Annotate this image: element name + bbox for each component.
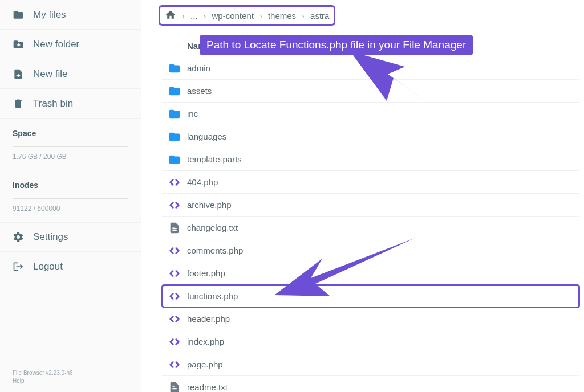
code-icon — [162, 358, 187, 371]
inodes-bar — [13, 198, 128, 199]
file-name: 404.php — [187, 177, 218, 187]
chevron-right-icon: › — [176, 11, 190, 21]
file-name: functions.php — [187, 291, 238, 301]
file-name: inc — [187, 109, 198, 119]
sidebar-item-label: Settings — [33, 231, 68, 243]
code-icon — [162, 199, 187, 211]
trash-icon — [13, 98, 24, 109]
sidebar-item-label: New file — [33, 68, 67, 80]
file-name: page.php — [187, 360, 223, 369]
annotation-banner: Path to Locate Functions.php file in you… — [200, 35, 473, 55]
version-text: File Browser v2.23.0-h6 — [13, 369, 73, 377]
file-name: footer.php — [187, 268, 225, 278]
sidebar-item-new-folder[interactable]: New folder — [0, 30, 141, 59]
gear-icon — [13, 231, 24, 243]
breadcrumb-segment[interactable]: themes — [268, 11, 296, 21]
file-row[interactable]: page.php — [162, 353, 579, 376]
breadcrumb-box: › ... › wp-content › themes › astra — [159, 5, 335, 26]
app-footer: File Browser v2.23.0-h6 Help — [13, 369, 73, 385]
breadcrumb: › ... › wp-content › themes › astra — [159, 0, 584, 24]
sidebar-item-trash[interactable]: Trash bin — [0, 89, 141, 119]
sidebar: My files New folder New file Trash bin S… — [0, 0, 141, 392]
doc-icon — [162, 381, 187, 393]
chevron-right-icon: › — [198, 11, 212, 21]
file-name: index.php — [187, 337, 224, 346]
breadcrumb-segment[interactable]: wp-content — [212, 11, 254, 21]
logout-icon — [13, 261, 24, 272]
code-icon — [162, 313, 187, 325]
inodes-title: Inodes — [13, 181, 128, 190]
code-icon — [162, 336, 187, 348]
breadcrumb-ellipsis[interactable]: ... — [190, 11, 198, 21]
file-row[interactable]: readme.txt — [162, 376, 579, 392]
doc-icon — [162, 222, 187, 234]
new-file-icon — [13, 68, 24, 80]
folder-icon — [162, 85, 187, 97]
folder-icon — [162, 62, 187, 75]
sidebar-item-logout[interactable]: Logout — [0, 252, 141, 281]
space-value: 1.76 GB / 200 GB — [13, 153, 128, 161]
breadcrumb-segment[interactable]: astra — [310, 11, 329, 21]
sidebar-item-new-file[interactable]: New file — [0, 59, 141, 89]
code-icon — [162, 290, 187, 303]
home-icon[interactable] — [165, 9, 176, 22]
code-icon — [162, 176, 187, 189]
annotation-arrow-icon — [271, 234, 419, 302]
file-row[interactable]: header.php — [162, 308, 579, 330]
file-row[interactable]: index.php — [162, 330, 579, 353]
folder-icon — [162, 153, 187, 166]
chevron-right-icon: › — [296, 11, 310, 21]
file-name: comments.php — [187, 246, 243, 255]
folder-icon — [13, 9, 24, 21]
file-name: admin — [187, 63, 210, 73]
inodes-metric: Inodes 91122 / 600000 — [0, 170, 141, 222]
file-name: readme.txt — [187, 382, 228, 392]
file-name: archive.php — [187, 200, 232, 210]
sidebar-item-label: Trash bin — [33, 98, 73, 109]
space-title: Space — [13, 129, 128, 138]
space-bar — [13, 146, 128, 147]
space-metric: Space 1.76 GB / 200 GB — [0, 119, 141, 170]
sidebar-item-label: Logout — [33, 261, 63, 272]
sidebar-item-settings[interactable]: Settings — [0, 222, 141, 252]
file-row[interactable]: archive.php — [162, 194, 579, 217]
file-name: header.php — [187, 314, 230, 324]
code-icon — [162, 244, 187, 257]
file-name: changelog.txt — [187, 223, 238, 232]
file-row[interactable]: 404.php — [162, 171, 579, 194]
sidebar-item-my-files[interactable]: My files — [0, 0, 141, 30]
help-link[interactable]: Help — [13, 377, 73, 385]
annotation-arrow-icon — [342, 47, 490, 149]
new-folder-icon — [13, 39, 24, 50]
folder-icon — [162, 130, 187, 143]
chevron-right-icon: › — [254, 11, 268, 21]
sidebar-item-label: My files — [33, 9, 66, 21]
folder-icon — [162, 108, 187, 120]
file-name: assets — [187, 86, 212, 96]
file-row[interactable]: template-parts — [162, 148, 579, 171]
sidebar-item-label: New folder — [33, 39, 79, 50]
code-icon — [162, 267, 187, 280]
file-name: languages — [187, 132, 226, 141]
inodes-value: 91122 / 600000 — [13, 205, 128, 213]
file-name: template-parts — [187, 154, 242, 164]
